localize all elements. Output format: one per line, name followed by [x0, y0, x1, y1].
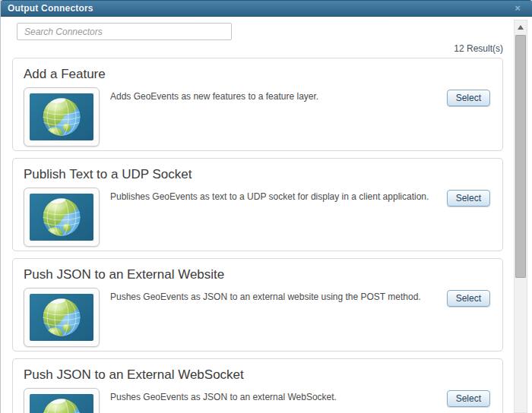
search-input[interactable]: [17, 23, 232, 40]
select-button[interactable]: Select: [447, 290, 490, 307]
connector-description: Pushes GeoEvents as JSON to an external …: [110, 288, 438, 304]
connector-card-add-a-feature: Add a Feature Adds GeoEvents as new feat…: [12, 58, 503, 151]
select-button[interactable]: Select: [447, 90, 490, 106]
connector-row: Pushes GeoEvents as JSON to an external …: [24, 288, 490, 347]
close-icon[interactable]: ×: [512, 2, 523, 14]
globe-icon: [30, 394, 93, 413]
globe-icon: [30, 93, 93, 140]
connector-card-publish-text-udp: Publish Text to a UDP Socket Publishes G…: [12, 158, 503, 251]
connector-title: Push JSON to an External WebSocket: [24, 367, 490, 383]
connector-list: Add a Feature Adds GeoEvents as new feat…: [12, 58, 503, 413]
connector-title: Publish Text to a UDP Socket: [24, 167, 490, 182]
results-count: 12 Result(s): [12, 43, 503, 55]
connector-card-push-json-website: Push JSON to an External Website Pushes …: [12, 258, 503, 352]
connector-row: Adds GeoEvents as new features to a feat…: [24, 87, 490, 147]
connector-description: Publishes GeoEvents as text to a UDP soc…: [110, 188, 438, 203]
connector-thumbnail: [24, 388, 100, 413]
scroll-up-arrow-icon[interactable]: [515, 20, 527, 33]
connector-row: Publishes GeoEvents as text to a UDP soc…: [24, 188, 490, 247]
output-connectors-dialog: Output Connectors × 12 Result(s) Add a F…: [0, 0, 532, 413]
connector-title: Add a Feature: [24, 67, 490, 82]
connector-description: Adds GeoEvents as new features to a feat…: [110, 87, 438, 103]
connector-thumbnail: [24, 87, 100, 147]
globe-icon: [30, 294, 93, 341]
select-button[interactable]: Select: [447, 190, 490, 206]
connector-title: Push JSON to an External Website: [24, 267, 490, 282]
globe-icon: [30, 194, 93, 241]
select-button[interactable]: Select: [447, 390, 490, 407]
connector-description: Pushes GeoEvents as JSON to an external …: [110, 388, 438, 404]
connector-thumbnail: [24, 188, 100, 247]
dialog-title: Output Connectors: [8, 1, 93, 17]
connector-thumbnail: [24, 288, 100, 347]
connector-card-push-json-websocket: Push JSON to an External WebSocket Pushe…: [12, 358, 503, 413]
dialog-titlebar[interactable]: Output Connectors ×: [1, 0, 532, 17]
scrollbar-thumb[interactable]: [515, 35, 526, 278]
dialog-content: 12 Result(s) Add a Feature Adds GeoEvent…: [12, 17, 503, 413]
vertical-scrollbar[interactable]: [514, 20, 527, 413]
connector-row: Pushes GeoEvents as JSON to an external …: [24, 388, 490, 413]
